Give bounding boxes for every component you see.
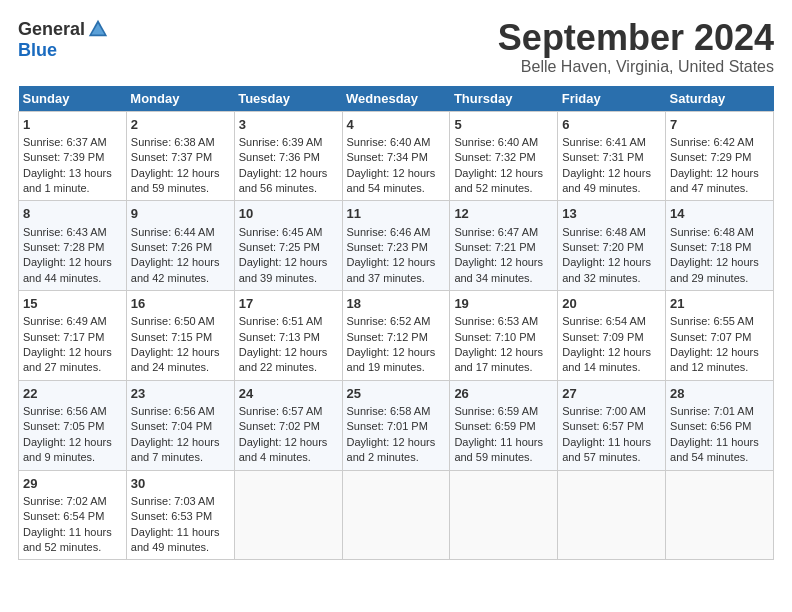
week-row-1: 1Sunrise: 6:37 AMSunset: 7:39 PMDaylight… xyxy=(19,111,774,201)
day-number: 5 xyxy=(454,116,553,134)
day-number: 25 xyxy=(347,385,446,403)
table-row: 4Sunrise: 6:40 AMSunset: 7:34 PMDaylight… xyxy=(342,111,450,201)
table-row: 17Sunrise: 6:51 AMSunset: 7:13 PMDayligh… xyxy=(234,291,342,381)
logo-general-text: General xyxy=(18,19,85,40)
title-area: September 2024 Belle Haven, Virginia, Un… xyxy=(498,18,774,76)
day-number: 16 xyxy=(131,295,230,313)
table-row xyxy=(558,470,666,560)
table-row: 19Sunrise: 6:53 AMSunset: 7:10 PMDayligh… xyxy=(450,291,558,381)
table-row: 18Sunrise: 6:52 AMSunset: 7:12 PMDayligh… xyxy=(342,291,450,381)
day-number: 22 xyxy=(23,385,122,403)
header: General Blue September 2024 Belle Haven,… xyxy=(18,18,774,76)
week-row-2: 8Sunrise: 6:43 AMSunset: 7:28 PMDaylight… xyxy=(19,201,774,291)
table-row: 28Sunrise: 7:01 AMSunset: 6:56 PMDayligh… xyxy=(666,380,774,470)
col-sunday: Sunday xyxy=(19,86,127,112)
table-row: 14Sunrise: 6:48 AMSunset: 7:18 PMDayligh… xyxy=(666,201,774,291)
table-row: 7Sunrise: 6:42 AMSunset: 7:29 PMDaylight… xyxy=(666,111,774,201)
day-number: 4 xyxy=(347,116,446,134)
day-number: 29 xyxy=(23,475,122,493)
table-row: 23Sunrise: 6:56 AMSunset: 7:04 PMDayligh… xyxy=(126,380,234,470)
logo-icon xyxy=(87,18,109,40)
day-number: 14 xyxy=(670,205,769,223)
day-number: 30 xyxy=(131,475,230,493)
col-wednesday: Wednesday xyxy=(342,86,450,112)
table-row: 29Sunrise: 7:02 AMSunset: 6:54 PMDayligh… xyxy=(19,470,127,560)
location-title: Belle Haven, Virginia, United States xyxy=(498,58,774,76)
table-row: 10Sunrise: 6:45 AMSunset: 7:25 PMDayligh… xyxy=(234,201,342,291)
logo-blue-text: Blue xyxy=(18,40,57,61)
table-row xyxy=(234,470,342,560)
table-row: 16Sunrise: 6:50 AMSunset: 7:15 PMDayligh… xyxy=(126,291,234,381)
table-row: 6Sunrise: 6:41 AMSunset: 7:31 PMDaylight… xyxy=(558,111,666,201)
day-number: 11 xyxy=(347,205,446,223)
day-number: 6 xyxy=(562,116,661,134)
week-row-5: 29Sunrise: 7:02 AMSunset: 6:54 PMDayligh… xyxy=(19,470,774,560)
col-friday: Friday xyxy=(558,86,666,112)
table-row: 2Sunrise: 6:38 AMSunset: 7:37 PMDaylight… xyxy=(126,111,234,201)
month-title: September 2024 xyxy=(498,18,774,58)
table-row: 20Sunrise: 6:54 AMSunset: 7:09 PMDayligh… xyxy=(558,291,666,381)
table-row xyxy=(450,470,558,560)
day-number: 19 xyxy=(454,295,553,313)
day-number: 27 xyxy=(562,385,661,403)
calendar-table: Sunday Monday Tuesday Wednesday Thursday… xyxy=(18,86,774,561)
day-number: 13 xyxy=(562,205,661,223)
table-row: 15Sunrise: 6:49 AMSunset: 7:17 PMDayligh… xyxy=(19,291,127,381)
day-number: 9 xyxy=(131,205,230,223)
day-number: 2 xyxy=(131,116,230,134)
col-monday: Monday xyxy=(126,86,234,112)
table-row xyxy=(666,470,774,560)
header-row: Sunday Monday Tuesday Wednesday Thursday… xyxy=(19,86,774,112)
logo: General Blue xyxy=(18,18,109,61)
table-row: 24Sunrise: 6:57 AMSunset: 7:02 PMDayligh… xyxy=(234,380,342,470)
table-row: 25Sunrise: 6:58 AMSunset: 7:01 PMDayligh… xyxy=(342,380,450,470)
table-row: 27Sunrise: 7:00 AMSunset: 6:57 PMDayligh… xyxy=(558,380,666,470)
page: General Blue September 2024 Belle Haven,… xyxy=(0,0,792,570)
day-number: 12 xyxy=(454,205,553,223)
day-number: 20 xyxy=(562,295,661,313)
table-row: 1Sunrise: 6:37 AMSunset: 7:39 PMDaylight… xyxy=(19,111,127,201)
table-row: 3Sunrise: 6:39 AMSunset: 7:36 PMDaylight… xyxy=(234,111,342,201)
table-row: 12Sunrise: 6:47 AMSunset: 7:21 PMDayligh… xyxy=(450,201,558,291)
table-row: 30Sunrise: 7:03 AMSunset: 6:53 PMDayligh… xyxy=(126,470,234,560)
col-thursday: Thursday xyxy=(450,86,558,112)
table-row: 21Sunrise: 6:55 AMSunset: 7:07 PMDayligh… xyxy=(666,291,774,381)
day-number: 18 xyxy=(347,295,446,313)
day-number: 23 xyxy=(131,385,230,403)
week-row-4: 22Sunrise: 6:56 AMSunset: 7:05 PMDayligh… xyxy=(19,380,774,470)
day-number: 26 xyxy=(454,385,553,403)
table-row: 26Sunrise: 6:59 AMSunset: 6:59 PMDayligh… xyxy=(450,380,558,470)
day-number: 7 xyxy=(670,116,769,134)
table-row: 8Sunrise: 6:43 AMSunset: 7:28 PMDaylight… xyxy=(19,201,127,291)
day-number: 21 xyxy=(670,295,769,313)
table-row: 13Sunrise: 6:48 AMSunset: 7:20 PMDayligh… xyxy=(558,201,666,291)
day-number: 28 xyxy=(670,385,769,403)
col-saturday: Saturday xyxy=(666,86,774,112)
table-row xyxy=(342,470,450,560)
day-number: 24 xyxy=(239,385,338,403)
day-number: 8 xyxy=(23,205,122,223)
day-number: 1 xyxy=(23,116,122,134)
day-number: 3 xyxy=(239,116,338,134)
day-number: 15 xyxy=(23,295,122,313)
table-row: 9Sunrise: 6:44 AMSunset: 7:26 PMDaylight… xyxy=(126,201,234,291)
table-row: 11Sunrise: 6:46 AMSunset: 7:23 PMDayligh… xyxy=(342,201,450,291)
day-number: 17 xyxy=(239,295,338,313)
table-row: 5Sunrise: 6:40 AMSunset: 7:32 PMDaylight… xyxy=(450,111,558,201)
day-number: 10 xyxy=(239,205,338,223)
table-row: 22Sunrise: 6:56 AMSunset: 7:05 PMDayligh… xyxy=(19,380,127,470)
col-tuesday: Tuesday xyxy=(234,86,342,112)
week-row-3: 15Sunrise: 6:49 AMSunset: 7:17 PMDayligh… xyxy=(19,291,774,381)
